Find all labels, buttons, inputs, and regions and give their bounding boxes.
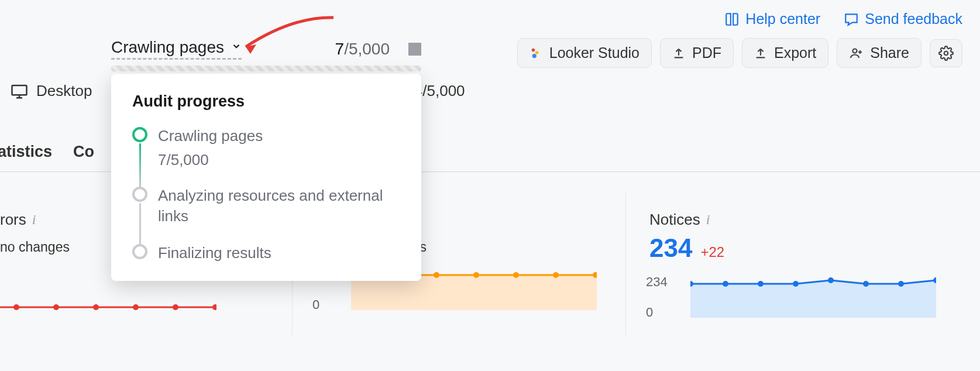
svg-point-29 — [898, 281, 904, 287]
pdf-label: PDF — [692, 44, 721, 61]
info-icon[interactable]: i — [32, 212, 36, 228]
info-icon[interactable]: i — [706, 212, 710, 228]
svg-rect-5 — [12, 85, 27, 95]
crawl-progress-bar — [111, 66, 421, 71]
svg-point-3 — [853, 49, 857, 53]
step-1-sub: 7/5,000 — [158, 151, 400, 169]
svg-point-13 — [212, 304, 216, 310]
svg-point-24 — [723, 281, 728, 287]
step-line — [139, 203, 141, 249]
notices-chart: 234 0 — [649, 271, 957, 324]
looker-label: Looker Studio — [549, 44, 639, 61]
book-icon — [724, 12, 740, 27]
svg-point-19 — [473, 272, 479, 278]
crawl-status-dropdown[interactable]: Crawling pages — [111, 38, 242, 60]
svg-point-1 — [535, 51, 539, 54]
y-axis-top: 234 — [646, 274, 668, 290]
svg-point-28 — [863, 281, 869, 287]
tab-co-partial[interactable]: Co — [73, 143, 94, 161]
share-label: Share — [870, 44, 909, 61]
upload-icon — [754, 47, 767, 60]
export-button[interactable]: Export — [742, 38, 828, 68]
crawl-status-label: Crawling pages — [111, 38, 224, 57]
upload-icon — [672, 47, 685, 60]
settings-button[interactable] — [930, 39, 962, 67]
desktop-icon — [11, 83, 28, 100]
step-3-label: Finalizing results — [158, 243, 400, 263]
chat-icon — [844, 12, 859, 27]
popover-title: Audit progress — [132, 92, 400, 111]
svg-point-12 — [173, 304, 178, 310]
svg-point-21 — [553, 272, 559, 278]
step-dot — [132, 187, 147, 202]
errors-title-partial: rors — [0, 211, 26, 229]
svg-point-11 — [133, 304, 139, 310]
help-center-link[interactable]: Help center — [724, 11, 820, 28]
svg-point-9 — [53, 304, 59, 310]
svg-point-2 — [532, 53, 536, 57]
looker-icon — [529, 47, 542, 60]
crawl-count: 7/5,000 — [335, 40, 390, 59]
svg-point-25 — [758, 281, 764, 287]
gear-icon — [938, 46, 954, 61]
help-center-label: Help center — [745, 11, 820, 28]
share-person-icon — [849, 46, 863, 60]
audit-progress-popover: Audit progress Crawling pages 7/5,000 An… — [111, 74, 421, 281]
step-line — [139, 143, 141, 189]
export-label: Export — [774, 44, 816, 61]
looker-studio-button[interactable]: Looker Studio — [517, 38, 652, 68]
svg-point-0 — [531, 48, 535, 51]
svg-point-27 — [828, 277, 834, 283]
tab-statistics-partial[interactable]: atistics — [0, 143, 52, 161]
share-button[interactable]: Share — [837, 38, 921, 68]
step-1-label: Crawling pages — [158, 126, 400, 146]
send-feedback-link[interactable]: Send feedback — [844, 11, 962, 28]
svg-point-20 — [513, 272, 519, 278]
y-axis-zero: 0 — [646, 305, 653, 320]
step-dot — [132, 244, 147, 259]
notices-title: Notices — [649, 211, 700, 229]
svg-point-8 — [13, 304, 19, 310]
notices-delta: +22 — [700, 244, 724, 260]
svg-point-4 — [944, 51, 948, 55]
svg-point-18 — [434, 272, 439, 278]
device-label: Desktop — [36, 82, 92, 100]
step-2-label: Analyzing resources and external links — [158, 186, 400, 226]
chevron-down-icon — [231, 41, 242, 54]
device-indicator: Desktop — [11, 82, 92, 100]
notices-value: 234 — [649, 233, 692, 263]
pdf-button[interactable]: PDF — [660, 38, 734, 68]
svg-point-10 — [93, 304, 99, 310]
y-axis-zero: 0 — [312, 297, 319, 312]
send-feedback-label: Send feedback — [865, 11, 962, 28]
stop-crawl-button[interactable] — [408, 43, 421, 56]
svg-point-26 — [793, 281, 799, 287]
step-dot-active — [132, 127, 147, 142]
